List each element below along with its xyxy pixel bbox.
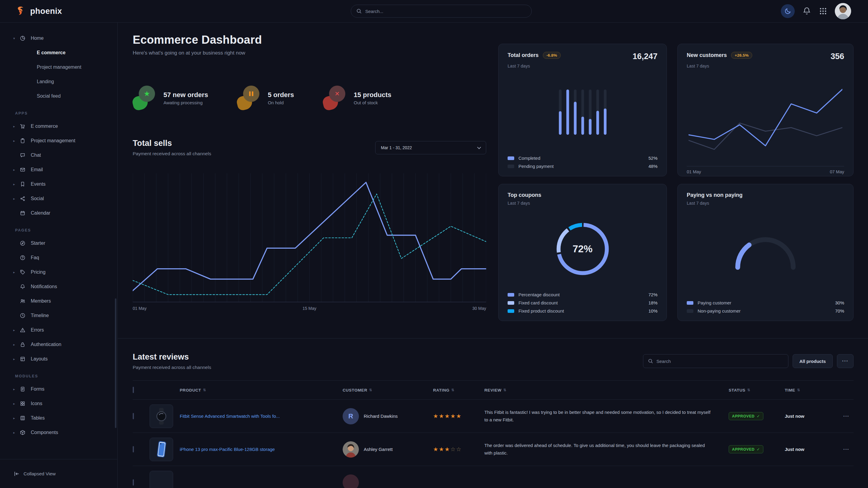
sidebar-nav: ▾ HomeE commerceProject managementLandin… <box>0 31 117 440</box>
tag-icon <box>20 269 31 275</box>
sidebar-item-events[interactable]: ▸ Events <box>0 177 117 191</box>
sidebar-item-authentication[interactable]: ▸ Authentication <box>0 337 117 352</box>
sidebar-item-components[interactable]: ▸ Components <box>0 425 117 440</box>
file-icon <box>20 386 31 392</box>
total-orders-badge: -6.8% <box>543 52 561 59</box>
dark-mode-toggle[interactable] <box>781 4 795 18</box>
review-text: The order was delivered ahead of schedul… <box>484 442 728 457</box>
review-text: This Fitbit is fantastic! I was trying t… <box>484 409 728 424</box>
sidebar-item-notifications[interactable]: Notifications <box>0 280 117 294</box>
total-sells-title: Total sells <box>133 139 211 148</box>
sidebar-item-tables[interactable]: ▸ Tables <box>0 411 117 425</box>
reviews-table: PRODUCT⇅CUSTOMER⇅RATING⇅REVIEW⇅STATUS⇅TI… <box>133 380 854 488</box>
sidebar-item-social[interactable]: ▸ Social <box>0 191 117 206</box>
top-navbar: phoenix <box>0 0 868 23</box>
product-link[interactable]: Fitbit Sense Advanced Smartwatch with To… <box>180 414 343 419</box>
row-actions-button[interactable]: ··· <box>824 413 854 419</box>
more-options-button[interactable]: ··· <box>837 354 854 368</box>
collapse-sidebar-button[interactable]: Collapsed View <box>0 459 117 488</box>
product-link[interactable]: iPhone 13 pro max-Pacific Blue-128GB sto… <box>180 447 343 452</box>
collapse-icon <box>14 471 19 477</box>
column-header-rating[interactable]: RATING⇅ <box>433 388 484 392</box>
column-header-customer[interactable]: CUSTOMER⇅ <box>343 388 433 392</box>
legend-swatch <box>507 165 514 168</box>
stats-row: ★ 57 new orders Awating processing 5 ord… <box>133 85 486 111</box>
table-row: Fitbit Sense Advanced Smartwatch with To… <box>133 400 854 433</box>
reviews-search[interactable] <box>643 354 788 368</box>
legend-swatch <box>687 301 693 305</box>
customer-name: Ashley Garrett <box>364 447 393 452</box>
sidebar-scrollbar[interactable] <box>115 298 116 428</box>
caret-right-icon: ▸ <box>13 387 20 391</box>
total-orders-card: Total orders -6.8% 16,247 Last 7 days Co… <box>498 44 667 176</box>
row-actions-button[interactable]: ··· <box>824 446 854 452</box>
clipboard-icon <box>20 138 31 143</box>
new-customers-badge: +26.5% <box>731 52 752 59</box>
total-orders-bar-chart <box>507 68 657 156</box>
review-time: Just now <box>785 414 824 419</box>
main-content: Ecommerce Dashboard Here's what's going … <box>118 23 868 488</box>
all-products-button[interactable]: All products <box>793 354 833 368</box>
card-title: Paying vs non paying <box>687 192 743 198</box>
column-header-time[interactable]: TIME⇅ <box>785 388 824 392</box>
top-coupons-legend: Percentage discount 72% Fixed card disco… <box>507 292 657 314</box>
total-orders-value: 16,247 <box>632 52 657 61</box>
warning-icon <box>20 327 31 333</box>
new-customers-card: New customers +26.5% 356 Last 7 days 01 … <box>677 44 854 176</box>
check-icon: ✓ <box>757 447 760 452</box>
rating-stars: ★★★★★ <box>433 413 484 420</box>
column-header-status[interactable]: STATUS⇅ <box>728 388 785 392</box>
sidebar-item-timeline[interactable]: Timeline <box>0 308 117 323</box>
legend-swatch <box>507 301 514 305</box>
date-range-select[interactable]: Mar 1 - 31, 2022 <box>375 141 486 154</box>
column-header-product[interactable]: PRODUCT⇅ <box>180 388 343 392</box>
page-subtitle: Here's what's going on at your business … <box>133 50 486 56</box>
sidebar-subitem-e-commerce[interactable]: E commerce <box>0 45 117 60</box>
legend-pending-payment: Pending payment 48% <box>507 164 657 169</box>
brand-name: phoenix <box>30 7 62 16</box>
sort-icon: ⇅ <box>503 388 507 392</box>
user-avatar[interactable] <box>835 3 851 19</box>
select-all-checkbox[interactable] <box>133 387 134 393</box>
caret-right-icon: ▸ <box>13 168 20 172</box>
sidebar-subitem-landing[interactable]: Landing <box>0 74 117 89</box>
sidebar-item-layouts[interactable]: ▸ Layouts <box>0 352 117 366</box>
caret-right-icon: ▸ <box>13 343 20 347</box>
search-icon <box>648 359 653 363</box>
sidebar-subitem-social-feed[interactable]: Social feed <box>0 89 117 103</box>
notifications-button[interactable] <box>802 7 811 16</box>
apps-menu-button[interactable] <box>819 7 827 15</box>
stat-5-orders: 5 orders On hold <box>237 85 294 111</box>
review-time: Just now <box>785 447 824 452</box>
check-icon: ✓ <box>757 414 760 418</box>
sort-icon: ⇅ <box>203 388 206 392</box>
sidebar-item-errors[interactable]: ▸ Errors <box>0 323 117 337</box>
sidebar-item-project-management[interactable]: ▸ Project management <box>0 133 117 148</box>
envelope-icon <box>20 167 31 172</box>
global-search-input[interactable] <box>365 8 526 14</box>
sidebar-item-pricing[interactable]: ▸ Pricing <box>0 265 117 280</box>
brand-logo[interactable]: phoenix <box>16 6 62 17</box>
sidebar-item-calendar[interactable]: Calendar <box>0 206 117 220</box>
sidebar-item-email[interactable]: ▸ Email <box>0 162 117 177</box>
phoenix-flame-icon <box>16 6 27 17</box>
legend-percentage-discount: Percentage discount 72% <box>507 292 657 297</box>
row-checkbox[interactable] <box>133 479 134 486</box>
sidebar-item-faq[interactable]: Faq <box>0 251 117 265</box>
row-checkbox[interactable] <box>133 413 134 419</box>
reviews-search-input[interactable] <box>656 358 783 364</box>
sidebar-item-starter[interactable]: Starter <box>0 236 117 251</box>
customer-name: Richard Dawkins <box>364 414 398 419</box>
sidebar-item-members[interactable]: Members <box>0 294 117 308</box>
global-search[interactable] <box>351 5 532 18</box>
sidebar-item-e-commerce[interactable]: ▸ E commerce <box>0 119 117 133</box>
product-thumbnail <box>150 438 173 461</box>
row-checkbox[interactable] <box>133 446 134 452</box>
sidebar-item-forms[interactable]: ▸ Forms <box>0 382 117 396</box>
sidebar-subitem-project-management[interactable]: Project management <box>0 60 117 74</box>
paying-gauge-chart <box>687 205 844 300</box>
sidebar-item-home[interactable]: ▾ Home <box>0 31 117 45</box>
column-header-review[interactable]: REVIEW⇅ <box>484 388 728 392</box>
sidebar-item-icons[interactable]: ▸ Icons <box>0 396 117 411</box>
sidebar-item-chat[interactable]: Chat <box>0 148 117 162</box>
